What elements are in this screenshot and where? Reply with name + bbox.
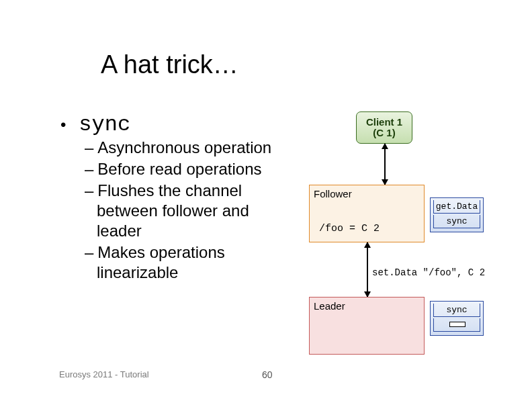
footer-text: Eurosys 2011 - Tutorial (59, 369, 149, 379)
queue-follower-slot1: get.Data (433, 200, 480, 214)
arrow-client-follower (384, 144, 386, 185)
dash-icon: – (85, 181, 93, 199)
queue-follower: get.Data sync (430, 197, 484, 232)
leader-box: Leader (309, 297, 425, 355)
follower-label: Follower (314, 188, 352, 199)
page-number: 60 (262, 369, 273, 380)
sub-bullet-text: Makes operations linearizable (97, 243, 225, 281)
bullet-main: • sync (60, 111, 130, 137)
queue-leader-slot1: sync (433, 304, 480, 317)
queue-leader: sync (430, 301, 484, 336)
sub-bullet-text: Asynchronous operation (97, 138, 271, 156)
leader-label: Leader (314, 300, 345, 312)
client-box: Client 1 (C 1) (356, 111, 412, 144)
bullet-dot: • (60, 116, 66, 134)
setdata-label: set.Data "/foo", C 2 (372, 267, 485, 278)
bullet-main-text: sync (79, 112, 130, 137)
follower-box: Follower /foo = C 2 (309, 185, 425, 242)
client-line2: (C 1) (357, 128, 412, 139)
arrow-follower-leader (367, 242, 368, 297)
sub-bullets: –Asynchronous operation –Before read ope… (85, 138, 293, 284)
client-line1: Client 1 (357, 117, 412, 128)
sub-bullet-item: –Asynchronous operation (85, 138, 293, 158)
sub-bullet-item: –Flushes the channel between follower an… (85, 181, 293, 241)
queue-follower-slot2: sync (433, 215, 480, 228)
slide-title: A hat trick… (101, 50, 238, 79)
dash-icon: – (85, 243, 93, 261)
follower-state: /foo = C 2 (319, 223, 380, 234)
slide: A hat trick… • sync –Asynchronous operat… (0, 0, 532, 411)
sub-bullet-item: –Before read operations (85, 159, 293, 179)
sub-bullet-text: Before read operations (97, 160, 261, 178)
dash-icon: – (85, 138, 93, 156)
sub-bullet-text: Flushes the channel between follower and… (97, 181, 249, 240)
sub-bullet-item: –Makes operations linearizable (85, 242, 293, 283)
dash-icon: – (85, 160, 93, 178)
queue-leader-token-icon (449, 322, 466, 327)
